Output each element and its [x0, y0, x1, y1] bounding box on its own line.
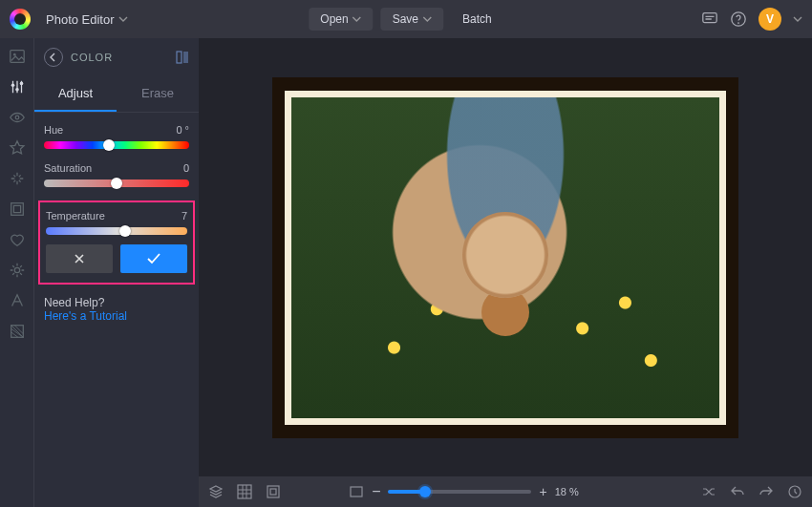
- grid-icon[interactable]: [237, 484, 252, 499]
- app-title-menu[interactable]: Photo Editor: [40, 9, 134, 31]
- account-chevron-icon[interactable]: [793, 14, 802, 24]
- canvas-area[interactable]: [199, 38, 812, 476]
- topbar: Photo Editor Open Save Batch V: [0, 0, 812, 38]
- star-tool-icon[interactable]: [9, 139, 26, 157]
- eye-tool-icon[interactable]: [9, 109, 26, 126]
- panel-header: COLOR: [34, 48, 199, 76]
- svg-point-11: [14, 267, 19, 272]
- zoom-slider-thumb[interactable]: [419, 486, 431, 497]
- tab-erase[interactable]: Erase: [117, 76, 199, 112]
- top-center-controls: Open Save Batch: [309, 8, 502, 31]
- sliders-group: Hue 0 ° Saturation 0: [34, 113, 199, 187]
- apply-button[interactable]: [120, 244, 187, 273]
- zoom-out-button[interactable]: −: [372, 483, 380, 500]
- temperature-slider: Temperature 7: [46, 210, 187, 235]
- saturation-slider: Saturation 0: [44, 162, 189, 187]
- color-panel: COLOR Adjust Erase Hue 0 ° Saturation 0: [34, 38, 199, 507]
- temperature-highlight: Temperature 7: [38, 201, 195, 285]
- compare-icon[interactable]: [176, 51, 189, 64]
- hue-label: Hue: [44, 124, 63, 136]
- svg-rect-3: [10, 51, 23, 63]
- panel-title: COLOR: [71, 52, 113, 63]
- temperature-value: 7: [182, 210, 187, 222]
- svg-rect-18: [351, 487, 362, 496]
- app-logo-icon: [10, 9, 31, 30]
- svg-rect-10: [13, 205, 20, 212]
- svg-rect-17: [270, 489, 276, 495]
- cancel-button[interactable]: [46, 244, 113, 273]
- svg-point-7: [19, 82, 23, 86]
- image-tool-icon[interactable]: [9, 48, 26, 65]
- chevron-down-icon: [422, 14, 432, 24]
- help-block: Need Help? Here's a Tutorial: [34, 285, 199, 334]
- chevron-down-icon: [353, 14, 362, 24]
- open-menu[interactable]: Open: [309, 8, 373, 31]
- help-icon[interactable]: [730, 11, 747, 28]
- undo-icon[interactable]: [730, 484, 745, 499]
- zoom-percent-label: 18 %: [555, 486, 579, 497]
- photo-frame-inner: [285, 91, 726, 425]
- batch-label: Batch: [462, 12, 492, 26]
- svg-point-6: [15, 88, 19, 92]
- svg-rect-15: [238, 485, 251, 498]
- shuffle-icon[interactable]: [701, 484, 716, 499]
- bottombar: − + 18 %: [199, 476, 812, 507]
- history-icon[interactable]: [787, 484, 802, 499]
- chat-icon[interactable]: [701, 11, 718, 28]
- save-label: Save: [393, 12, 418, 26]
- open-label: Open: [320, 12, 348, 26]
- svg-rect-13: [177, 52, 182, 63]
- save-menu[interactable]: Save: [381, 8, 443, 31]
- saturation-thumb[interactable]: [111, 178, 122, 189]
- texture-tool-icon[interactable]: [9, 323, 26, 340]
- hue-track[interactable]: [44, 141, 189, 149]
- fit-screen-icon[interactable]: [349, 484, 364, 499]
- layers-icon[interactable]: [208, 484, 224, 499]
- tab-adjust[interactable]: Adjust: [34, 76, 117, 112]
- svg-point-1: [732, 12, 745, 26]
- zoom-in-button[interactable]: +: [539, 484, 546, 499]
- help-heading: Need Help?: [44, 296, 189, 309]
- photo-content: [291, 97, 719, 418]
- app-title: Photo Editor: [46, 12, 115, 27]
- svg-rect-0: [703, 13, 716, 23]
- tool-rail: [0, 38, 34, 507]
- batch-button[interactable]: Batch: [451, 8, 503, 31]
- temperature-label: Temperature: [46, 210, 105, 222]
- chevron-down-icon: [118, 14, 128, 24]
- text-tool-icon[interactable]: [9, 292, 26, 309]
- avatar[interactable]: V: [759, 8, 781, 31]
- svg-rect-9: [11, 203, 23, 216]
- svg-rect-14: [183, 52, 188, 63]
- hue-thumb[interactable]: [103, 139, 115, 151]
- zoom-control: − + 18 %: [349, 483, 579, 500]
- back-button[interactable]: [44, 48, 63, 67]
- avatar-initial: V: [766, 12, 774, 26]
- svg-point-8: [15, 116, 19, 119]
- help-tutorial-link[interactable]: Here's a Tutorial: [44, 309, 127, 323]
- panel-tabs: Adjust Erase: [34, 76, 199, 113]
- svg-point-4: [12, 53, 15, 56]
- gear-tool-icon[interactable]: [9, 262, 26, 279]
- crop-icon[interactable]: [266, 484, 281, 499]
- bottom-left-tools: [208, 484, 281, 499]
- topbar-right: V: [701, 8, 802, 31]
- svg-point-2: [737, 22, 739, 24]
- heart-tool-icon[interactable]: [9, 231, 26, 248]
- saturation-label: Saturation: [44, 162, 92, 174]
- redo-icon[interactable]: [759, 484, 774, 499]
- svg-point-5: [11, 83, 14, 87]
- temperature-thumb[interactable]: [119, 225, 131, 237]
- zoom-slider-track[interactable]: [388, 490, 531, 494]
- frame-tool-icon[interactable]: [9, 201, 26, 218]
- svg-rect-16: [267, 486, 279, 497]
- temperature-track[interactable]: [46, 227, 187, 235]
- hue-value: 0 °: [176, 124, 189, 136]
- saturation-value: 0: [183, 162, 189, 174]
- bottom-right-tools: [701, 484, 802, 499]
- hue-slider: Hue 0 °: [44, 124, 189, 149]
- photo-frame-outer: [272, 77, 738, 438]
- sliders-tool-icon[interactable]: [9, 78, 26, 95]
- sparkle-tool-icon[interactable]: [9, 170, 26, 187]
- saturation-track[interactable]: [44, 180, 189, 187]
